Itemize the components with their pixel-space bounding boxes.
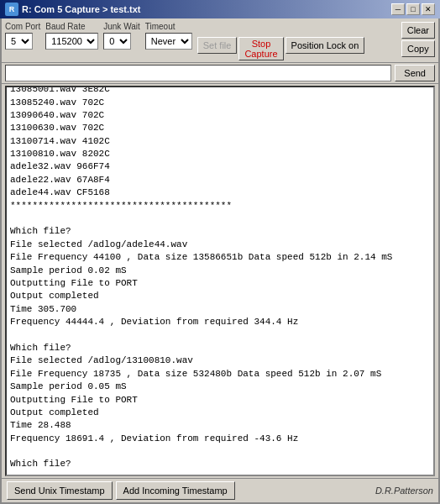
bottom-bar: Send Unix Timestamp Add Incoming Timesta… bbox=[2, 478, 438, 502]
junk-wait-select[interactable]: 0 bbox=[103, 33, 131, 50]
timeout-select[interactable]: Never bbox=[145, 33, 192, 50]
junk-wait-group: Junk Wait 0 bbox=[103, 22, 140, 50]
title-bar-buttons[interactable]: ─ □ ✕ bbox=[391, 3, 435, 15]
close-button[interactable]: ✕ bbox=[422, 3, 435, 15]
baud-rate-group: Baud Rate 115200 bbox=[45, 22, 98, 50]
stop-capture-group: Stop Capture bbox=[238, 22, 283, 60]
clear-button[interactable]: Clear bbox=[401, 22, 435, 39]
attribution: D.R.Patterson bbox=[375, 486, 433, 496]
send-row: Send bbox=[2, 63, 438, 84]
terminal-output[interactable]: Fast D/A adlog directory 13085001.wav 3E… bbox=[5, 86, 435, 476]
junk-wait-content: 0 bbox=[103, 33, 140, 50]
copy-button[interactable]: Copy bbox=[401, 40, 435, 57]
toolbar: Com Port 5 Baud Rate 115200 Junk Wait 0 bbox=[2, 18, 438, 63]
minimize-button[interactable]: ─ bbox=[391, 3, 405, 15]
bottom-buttons: Send Unix Timestamp Add Incoming Timesta… bbox=[7, 481, 235, 500]
junk-wait-label: Junk Wait bbox=[103, 22, 140, 31]
baud-rate-content: 115200 bbox=[45, 33, 98, 50]
app-icon: R bbox=[5, 3, 18, 16]
set-file-group: Set file bbox=[197, 22, 238, 54]
position-lock-button[interactable]: Position Lock on bbox=[285, 37, 365, 54]
send-button[interactable]: Send bbox=[395, 65, 435, 81]
com-port-group: Com Port 5 bbox=[5, 22, 40, 50]
window-title: R: Com 5 Capture > test.txt bbox=[22, 4, 141, 14]
com-port-select[interactable]: 5 bbox=[5, 33, 33, 50]
right-buttons: Clear Copy bbox=[401, 22, 435, 57]
com-port-label: Com Port bbox=[5, 22, 40, 31]
baud-rate-label: Baud Rate bbox=[45, 22, 98, 31]
timeout-label: Timeout bbox=[145, 22, 192, 31]
baud-rate-select[interactable]: 115200 bbox=[45, 33, 98, 50]
timeout-group: Timeout Never bbox=[145, 22, 192, 50]
title-bar-left: R R: Com 5 Capture > test.txt bbox=[5, 3, 141, 16]
title-bar: R R: Com 5 Capture > test.txt ─ □ ✕ bbox=[0, 0, 440, 18]
timeout-content: Never bbox=[145, 33, 192, 50]
position-lock-group: Position Lock on bbox=[285, 22, 365, 54]
maximize-button[interactable]: □ bbox=[406, 3, 420, 15]
stop-capture-button[interactable]: Stop Capture bbox=[238, 37, 283, 60]
main-window: Com Port 5 Baud Rate 115200 Junk Wait 0 bbox=[0, 18, 440, 504]
send-input[interactable] bbox=[5, 65, 391, 81]
com-port-content: 5 bbox=[5, 33, 40, 50]
send-unix-timestamp-button[interactable]: Send Unix Timestamp bbox=[7, 481, 113, 500]
add-incoming-timestamp-button[interactable]: Add Incoming Timestamp bbox=[116, 481, 235, 500]
set-file-button[interactable]: Set file bbox=[197, 37, 238, 54]
